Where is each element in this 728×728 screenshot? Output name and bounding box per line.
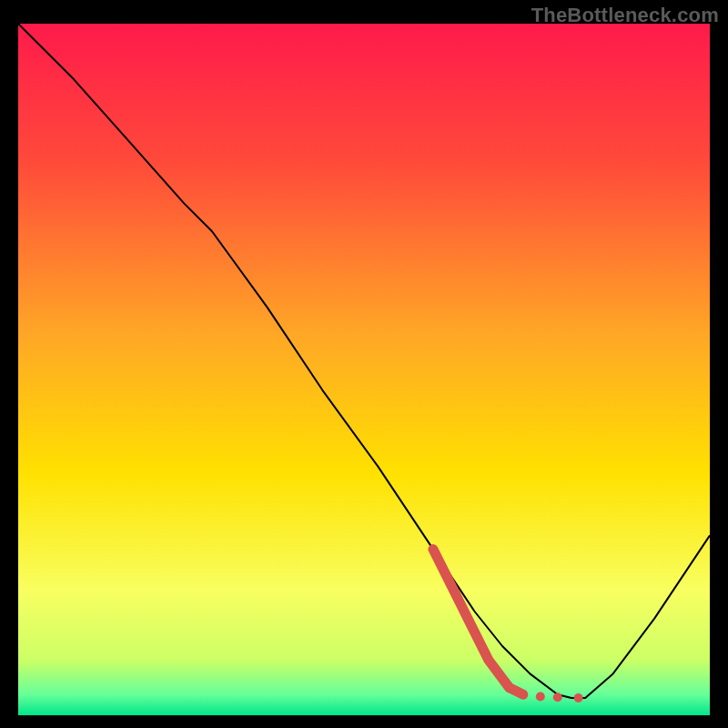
minimum-dots <box>536 693 545 702</box>
svg-rect-0 <box>18 24 710 715</box>
bottleneck-chart <box>18 24 710 715</box>
watermark-text: TheBottleneck.com <box>531 4 719 27</box>
chart-frame: TheBottleneck.com <box>0 0 728 728</box>
minimum-dots <box>574 693 583 703</box>
minimum-dots <box>553 693 562 702</box>
